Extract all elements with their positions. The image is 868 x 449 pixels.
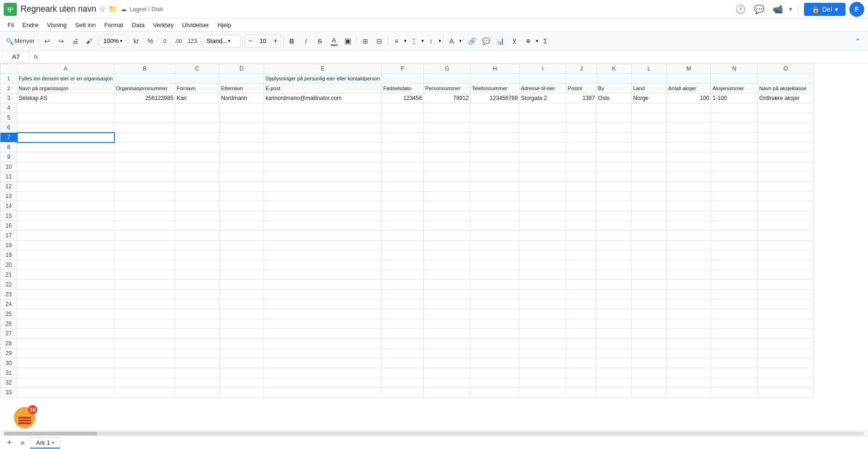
table-cell[interactable] [17,192,114,201]
table-cell[interactable] [519,260,566,270]
table-cell[interactable] [17,329,114,339]
table-cell[interactable] [382,133,424,143]
table-cell[interactable] [667,349,711,358]
table-cell[interactable] [632,182,667,192]
table-cell[interactable] [17,103,114,113]
table-cell[interactable] [17,241,114,250]
table-cell[interactable] [382,358,424,368]
table-cell[interactable] [220,388,264,398]
table-cell[interactable] [114,329,175,339]
table-cell[interactable] [519,211,566,221]
table-cell[interactable] [632,358,667,368]
col-header-N[interactable]: N [711,64,758,74]
table-cell[interactable] [382,241,424,250]
table-cell[interactable] [114,368,175,378]
table-cell[interactable] [382,388,424,398]
table-cell[interactable] [711,250,758,260]
table-cell[interactable] [424,152,470,162]
table-cell[interactable] [382,319,424,329]
row-header[interactable]: 12 [0,182,17,192]
table-cell[interactable] [220,250,264,260]
table-cell[interactable] [264,339,382,349]
table-cell[interactable] [758,103,814,113]
table-cell[interactable] [519,162,566,172]
table-cell[interactable] [470,339,519,349]
table-cell[interactable] [519,319,566,329]
horizontal-scrollbar[interactable] [0,430,868,436]
table-cell[interactable] [597,260,632,270]
table-cell[interactable] [382,172,424,182]
table-cell[interactable] [667,358,711,368]
font-style-dropdown[interactable]: Stand... ▾ [203,35,241,48]
table-cell[interactable] [470,290,519,299]
table-cell[interactable] [758,231,814,241]
table-cell[interactable] [519,241,566,250]
app-icon[interactable] [4,3,17,16]
table-cell[interactable] [220,133,264,143]
table-cell[interactable] [597,172,632,182]
table-cell[interactable] [264,221,382,231]
table-cell[interactable] [758,270,814,280]
table-cell[interactable]: Adresse til eier [519,84,566,93]
table-cell[interactable] [758,388,814,398]
freeze-chevron[interactable]: ▾ [536,38,538,43]
table-cell[interactable] [220,123,264,133]
table-cell[interactable] [424,162,470,172]
table-cell[interactable] [17,270,114,280]
table-cell[interactable] [114,309,175,319]
undo-btn[interactable]: ↩ [41,35,54,48]
table-cell[interactable] [667,241,711,250]
table-cell[interactable] [382,250,424,260]
table-cell[interactable] [597,103,632,113]
table-cell[interactable] [424,349,470,358]
table-cell[interactable] [758,133,814,143]
table-cell[interactable] [519,368,566,378]
table-cell[interactable] [566,250,597,260]
table-cell[interactable] [758,250,814,260]
table-cell[interactable]: Kari [175,93,220,103]
table-cell[interactable] [114,172,175,182]
table-cell[interactable] [597,192,632,201]
table-cell[interactable] [566,74,597,84]
video-dropdown[interactable]: ▾ [789,6,792,13]
table-cell[interactable] [597,378,632,388]
table-cell[interactable] [667,319,711,329]
table-cell[interactable] [470,162,519,172]
table-cell[interactable] [519,339,566,349]
table-cell[interactable] [758,319,814,329]
table-cell[interactable] [632,221,667,231]
table-cell[interactable] [114,349,175,358]
table-cell[interactable] [711,192,758,201]
table-cell[interactable] [597,123,632,133]
table-cell[interactable] [382,162,424,172]
table-cell[interactable] [470,388,519,398]
table-cell[interactable] [758,339,814,349]
table-cell[interactable] [175,221,220,231]
table-cell[interactable] [175,192,220,201]
table-cell[interactable] [114,103,175,113]
table-cell[interactable] [220,299,264,309]
table-cell[interactable] [519,309,566,319]
table-cell[interactable]: E-post [264,84,382,93]
table-cell[interactable] [597,162,632,172]
chat-icon-btn[interactable]: 💬 [752,2,767,17]
table-cell[interactable] [114,388,175,398]
table-cell[interactable] [667,133,711,143]
table-cell[interactable] [114,192,175,201]
table-cell[interactable] [424,221,470,231]
table-cell[interactable]: Organisasjonsnummer [114,84,175,93]
table-cell[interactable] [566,182,597,192]
table-cell[interactable]: 1-100 [711,93,758,103]
table-cell[interactable] [382,309,424,319]
table-cell[interactable] [175,299,220,309]
table-cell[interactable] [711,152,758,162]
table-cell[interactable] [114,201,175,211]
table-cell[interactable] [264,182,382,192]
table-cell[interactable] [382,192,424,201]
row-header[interactable]: 28 [0,339,17,349]
table-cell[interactable] [597,152,632,162]
table-cell[interactable] [632,123,667,133]
table-cell[interactable] [519,270,566,280]
table-cell[interactable] [175,378,220,388]
table-cell[interactable] [264,349,382,358]
